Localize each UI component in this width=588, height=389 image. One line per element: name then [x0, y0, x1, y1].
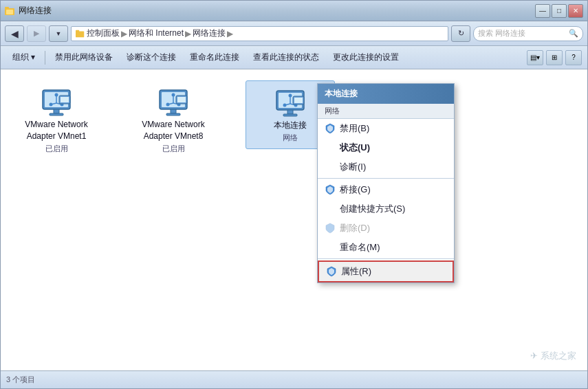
breadcrumb-sep-3: ▶ [227, 29, 233, 38]
svg-point-32 [289, 94, 292, 98]
maximize-button[interactable]: □ [552, 4, 567, 18]
adapter-local-label: 本地连接 [274, 120, 307, 131]
breadcrumb-folder-icon [76, 29, 85, 38]
adapter-vmnet8-icon [157, 86, 190, 119]
adapter-local-status: 网络 [283, 133, 298, 143]
context-menu: 本地连接 网络 禁用(B) 状态(U) 诊断(I) [317, 83, 455, 283]
svg-rect-25 [171, 109, 176, 113]
search-placeholder: 搜索 网络连接 [478, 28, 525, 38]
forward-button[interactable]: ▶ [27, 25, 46, 42]
main-content: VMware Network Adapter VMnet1 已启用 VMware… [1, 69, 587, 370]
refresh-button[interactable]: ↻ [451, 25, 470, 42]
toolbar: 组织 ▾ 禁用此网络设备 诊断这个连接 重命名此连接 查看此连接的状态 更改此连… [1, 46, 587, 69]
close-button[interactable]: ✕ [568, 4, 583, 18]
cm-bridge-label: 桥接(G) [340, 184, 447, 196]
breadcrumb-item-2[interactable]: 网络和 Internet [129, 27, 184, 39]
window-title: 网络连接 [19, 5, 52, 16]
shield-icon-bridge [325, 184, 336, 195]
svg-rect-2 [6, 10, 13, 14]
cm-shortcut[interactable]: 创建快捷方式(S) [318, 199, 454, 219]
svg-rect-13 [54, 109, 59, 113]
cm-properties[interactable]: 属性(R) [318, 260, 454, 282]
context-menu-subtitle: 网络 [318, 104, 454, 119]
svg-point-8 [55, 93, 58, 97]
disable-network-button[interactable]: 禁用此网络设备 [49, 49, 119, 67]
cm-rename-label: 重命名(M) [340, 241, 447, 254]
cm-sep-1 [318, 178, 454, 179]
cm-properties-label: 属性(R) [341, 265, 446, 278]
breadcrumb-sep-2: ▶ [185, 29, 191, 38]
cm-sep-2 [318, 258, 454, 259]
context-menu-title: 本地连接 [318, 84, 454, 104]
toolbar-separator-1 [45, 51, 45, 65]
cm-rename[interactable]: 重命名(M) [318, 238, 454, 257]
adapter-vmnet1-icon [40, 86, 73, 119]
svg-rect-40 [294, 98, 303, 103]
watermark: ✈ 系统之家 [530, 350, 576, 362]
up-button[interactable]: ▼ [49, 25, 68, 42]
cm-disable-label: 禁用(B) [340, 122, 447, 135]
item-count: 3 个项目 [6, 375, 35, 385]
adapter-vmnet1[interactable]: VMware Network Adapter VMnet1 已启用 [12, 80, 101, 159]
adapter-vmnet1-label: VMware Network Adapter VMnet1 [17, 119, 96, 142]
search-box[interactable]: 搜索 网络连接 🔍 [473, 26, 583, 41]
diagnose-button[interactable]: 诊断这个连接 [120, 49, 182, 67]
svg-rect-1 [5, 7, 9, 9]
change-settings-button[interactable]: 更改此连接的设置 [327, 49, 405, 67]
cm-disable[interactable]: 禁用(B) [318, 119, 454, 138]
cm-diagnose-label: 诊断(I) [340, 161, 447, 173]
main-window: 网络连接 — □ ✕ ◀ ▶ ▼ 控制面板 ▶ 网络和 Internet ▶ 网… [0, 0, 588, 389]
cm-status[interactable]: 状态(U) [318, 138, 454, 157]
svg-rect-14 [50, 113, 63, 115]
adapter-local-icon [274, 87, 307, 120]
view-status-button[interactable]: 查看此连接的状态 [247, 49, 325, 67]
svg-rect-37 [287, 110, 293, 114]
shield-icon-properties [326, 266, 337, 277]
footer-bar: 3 个项目 [1, 370, 587, 388]
svg-rect-38 [283, 114, 297, 116]
breadcrumb-item-1[interactable]: 控制面板 [87, 27, 120, 39]
view-toggle-button[interactable]: ▤▾ [527, 50, 543, 65]
cm-shortcut-label: 创建快捷方式(S) [340, 203, 447, 215]
breadcrumb[interactable]: 控制面板 ▶ 网络和 Internet ▶ 网络连接 ▶ [71, 26, 448, 41]
shield-icon-delete [325, 223, 336, 234]
svg-rect-28 [177, 97, 186, 102]
svg-rect-26 [166, 113, 180, 115]
adapter-vmnet8-status: 已启用 [162, 144, 185, 154]
title-bar-left: 网络连接 [5, 5, 535, 16]
cm-diagnose[interactable]: 诊断(I) [318, 157, 454, 177]
cm-status-label: 状态(U) [340, 142, 447, 154]
svg-rect-16 [61, 97, 69, 102]
minimize-button[interactable]: — [535, 4, 550, 18]
title-bar: 网络连接 — □ ✕ [1, 1, 587, 21]
adapter-vmnet8-label: VMware Network Adapter VMnet8 [134, 119, 213, 142]
svg-rect-4 [76, 30, 79, 32]
title-controls: — □ ✕ [535, 4, 583, 18]
organize-button[interactable]: 组织 ▾ [6, 49, 41, 67]
adapter-vmnet1-status: 已启用 [45, 144, 68, 154]
svg-rect-3 [76, 31, 84, 37]
cm-delete: 删除(D) [318, 219, 454, 238]
back-button[interactable]: ◀ [5, 25, 24, 42]
rename-button[interactable]: 重命名此连接 [184, 49, 246, 67]
search-icon: 🔍 [569, 29, 578, 38]
help-button[interactable]: ? [565, 50, 582, 65]
toolbar-right: ▤▾ ⊞ ? [527, 50, 582, 65]
adapter-vmnet8[interactable]: VMware Network Adapter VMnet8 已启用 [129, 80, 218, 159]
cm-bridge[interactable]: 桥接(G) [318, 180, 454, 199]
breadcrumb-sep-1: ▶ [121, 29, 127, 38]
svg-point-20 [172, 93, 175, 97]
breadcrumb-item-3[interactable]: 网络连接 [193, 27, 226, 39]
folder-icon [5, 5, 16, 16]
address-bar: ◀ ▶ ▼ 控制面板 ▶ 网络和 Internet ▶ 网络连接 ▶ ↻ 搜索 … [1, 21, 587, 46]
shield-icon-disable [325, 123, 336, 134]
panel-toggle-button[interactable]: ⊞ [546, 50, 563, 65]
cm-delete-label: 删除(D) [340, 222, 447, 234]
